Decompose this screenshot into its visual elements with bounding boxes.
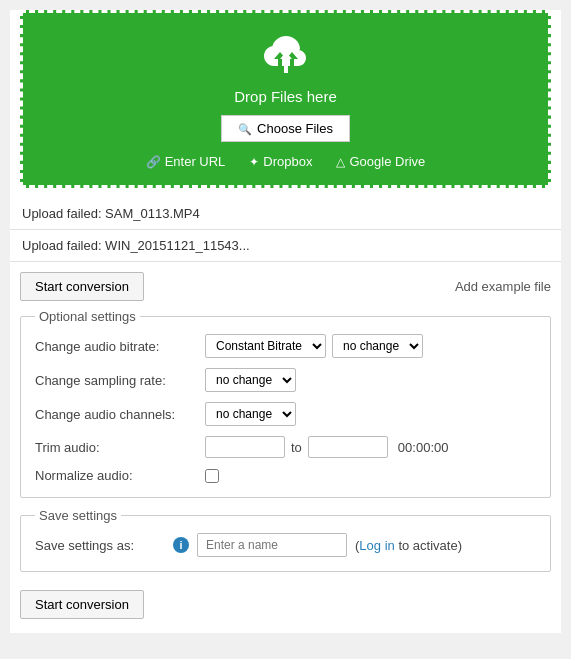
audio-channels-controls: no change 1 (Mono) 2 (Stereo) [205,402,296,426]
login-text: (Log in to activate) [355,538,462,553]
link-icon [146,154,161,169]
google-drive-link[interactable]: Google Drive [336,154,425,169]
add-example-link[interactable]: Add example file [455,279,551,294]
save-settings-legend: Save settings [35,508,121,523]
dropbox-label: Dropbox [263,154,312,169]
choose-files-button[interactable]: Choose Files [221,115,350,142]
trim-start-input[interactable] [205,436,285,458]
drop-links: Enter URL Dropbox Google Drive [33,154,538,169]
audio-bitrate-label: Change audio bitrate: [35,339,205,354]
sampling-rate-select[interactable]: no change 8000 Hz 11025 Hz 16000 Hz 2205… [205,368,296,392]
optional-settings-legend: Optional settings [35,309,140,324]
audio-channels-row: Change audio channels: no change 1 (Mono… [35,402,536,426]
normalize-audio-label: Normalize audio: [35,468,205,483]
top-toolbar: Start conversion Add example file [10,264,561,309]
upload-failed-1: Upload failed: SAM_0113.MP4 [10,198,561,230]
info-icon[interactable]: i [173,537,189,553]
bottom-toolbar: Start conversion [10,582,561,633]
audio-bitrate-controls: Constant Bitrate Variable Bitrate no cha… [205,334,423,358]
trim-audio-controls: to 00:00:00 [205,436,448,458]
google-drive-label: Google Drive [349,154,425,169]
trim-end-input[interactable] [308,436,388,458]
normalize-audio-controls [205,469,219,483]
choose-files-label: Choose Files [257,121,333,136]
normalize-audio-row: Normalize audio: [35,468,536,483]
drop-zone[interactable]: Drop Files here Choose Files Enter URL D… [20,10,551,188]
cloud-upload-icon [33,33,538,82]
audio-bitrate-type-select[interactable]: Constant Bitrate Variable Bitrate [205,334,326,358]
save-name-input[interactable] [197,533,347,557]
login-link[interactable]: Log in [359,538,394,553]
trim-to-label: to [291,440,302,455]
enter-url-link[interactable]: Enter URL [146,154,226,169]
trim-audio-row: Trim audio: to 00:00:00 [35,436,536,458]
dropbox-link[interactable]: Dropbox [249,154,312,169]
upload-failed-2: Upload failed: WIN_20151121_11543... [10,230,561,262]
google-drive-icon [336,154,345,169]
trim-audio-label: Trim audio: [35,440,205,455]
audio-bitrate-value-select[interactable]: no change 32 kbps 64 kbps 128 kbps 192 k… [332,334,423,358]
sampling-rate-controls: no change 8000 Hz 11025 Hz 16000 Hz 2205… [205,368,296,392]
sampling-rate-label: Change sampling rate: [35,373,205,388]
enter-url-label: Enter URL [165,154,226,169]
save-as-label: Save settings as: [35,538,165,553]
save-settings-fieldset: Save settings Save settings as: i (Log i… [20,508,551,572]
audio-bitrate-row: Change audio bitrate: Constant Bitrate V… [35,334,536,358]
audio-channels-label: Change audio channels: [35,407,205,422]
audio-channels-select[interactable]: no change 1 (Mono) 2 (Stereo) [205,402,296,426]
start-conversion-button-bottom[interactable]: Start conversion [20,590,144,619]
dropbox-icon [249,154,259,169]
normalize-checkbox[interactable] [205,469,219,483]
sampling-rate-row: Change sampling rate: no change 8000 Hz … [35,368,536,392]
start-conversion-button-top[interactable]: Start conversion [20,272,144,301]
drop-files-text: Drop Files here [33,88,538,105]
optional-settings-fieldset: Optional settings Change audio bitrate: … [20,309,551,498]
search-icon [238,121,252,136]
svg-marker-0 [280,52,292,73]
save-settings-row: Save settings as: i (Log in to activate) [35,533,536,557]
trim-time-display: 00:00:00 [398,440,449,455]
